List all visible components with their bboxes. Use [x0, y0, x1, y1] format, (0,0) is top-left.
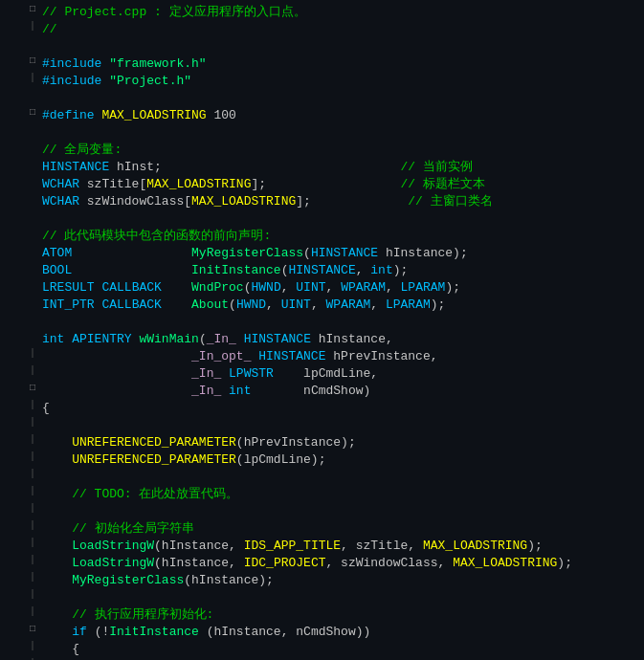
code-line: | MyRegisterClass(hInstance);	[0, 572, 644, 589]
code-line: | LoadStringW(hInstance, IDC_PROJECT, sz…	[0, 555, 644, 572]
code-line: | UNREFERENCED_PARAMETER(hPrevInstance);	[0, 434, 644, 451]
code-line: HINSTANCE hInst; // 当前实例	[0, 159, 644, 176]
code-line: | // 初始化全局字符串	[0, 520, 644, 538]
line-content	[38, 38, 644, 55]
code-line: | _In_ LPWSTR lpCmdLine,	[0, 365, 644, 383]
line-content	[38, 314, 644, 331]
code-line: ATOM MyRegisterClass(HINSTANCE hInstance…	[0, 245, 644, 262]
code-line: |	[0, 503, 644, 520]
line-content: LRESULT CALLBACK WndProc(HWND, UINT, WPA…	[38, 279, 644, 297]
line-content	[38, 469, 644, 486]
line-content: #include "framework.h"	[38, 55, 644, 73]
line-content: {	[38, 400, 644, 417]
code-line: □ #define MAX_LOADSTRING 100	[0, 107, 644, 124]
line-content: HINSTANCE hInst; // 当前实例	[38, 159, 644, 176]
fold-icon[interactable]: □	[27, 55, 38, 66]
code-line	[0, 314, 644, 331]
code-line: |	[0, 469, 644, 486]
line-content: if (!InitInstance (hInstance, nCmdShow))	[38, 624, 644, 641]
line-content: #include "Project.h"	[38, 73, 644, 90]
code-line: □ _In_ int nCmdShow)	[0, 383, 644, 400]
line-content: UNREFERENCED_PARAMETER(hPrevInstance);	[38, 434, 644, 451]
line-content: _In_ int nCmdShow)	[38, 383, 644, 400]
code-line: | #include "Project.h"	[0, 73, 644, 90]
fold-icon: |	[27, 73, 38, 83]
line-content	[38, 124, 644, 142]
line-content: // 全局变量:	[38, 142, 644, 159]
code-line: WCHAR szTitle[MAX_LOADSTRING]; // 标题栏文本	[0, 176, 644, 193]
code-line: □ if (!InitInstance (hInstance, nCmdShow…	[0, 624, 644, 641]
code-line: |	[0, 589, 644, 606]
code-line	[0, 210, 644, 228]
fold-icon: |	[27, 538, 38, 548]
line-content: _In_ LPWSTR lpCmdLine,	[38, 365, 644, 383]
code-line: | //	[0, 21, 644, 38]
fold-icon: |	[27, 486, 38, 496]
code-line: | // TODO: 在此处放置代码。	[0, 486, 644, 503]
code-line: □ #include "framework.h"	[0, 55, 644, 73]
code-line: | UNREFERENCED_PARAMETER(lpCmdLine);	[0, 451, 644, 469]
code-line	[0, 38, 644, 55]
fold-icon: |	[27, 589, 38, 600]
fold-icon[interactable]: □	[27, 383, 38, 393]
line-content: // 初始化全局字符串	[38, 520, 644, 538]
line-content: LoadStringW(hInstance, IDC_PROJECT, szWi…	[38, 555, 644, 572]
line-content	[38, 90, 644, 107]
line-content: UNREFERENCED_PARAMETER(lpCmdLine);	[38, 451, 644, 469]
line-content: // 此代码模块中包含的函数的前向声明:	[38, 228, 644, 245]
line-content	[38, 210, 644, 228]
code-line: | {	[0, 641, 644, 658]
code-editor: □ // Project.cpp : 定义应用程序的入口点。 | // □ #i…	[0, 0, 644, 660]
fold-icon: |	[27, 641, 38, 651]
code-line: |	[0, 417, 644, 434]
line-content: ATOM MyRegisterClass(HINSTANCE hInstance…	[38, 245, 644, 262]
line-content	[38, 417, 644, 434]
line-content	[38, 503, 644, 520]
line-content: //	[38, 21, 644, 38]
code-line: // 全局变量:	[0, 142, 644, 159]
fold-icon: |	[27, 417, 38, 428]
fold-icon: |	[27, 348, 38, 359]
line-content: // Project.cpp : 定义应用程序的入口点。	[38, 4, 644, 21]
code-line: // 此代码模块中包含的函数的前向声明:	[0, 228, 644, 245]
fold-icon: |	[27, 520, 38, 531]
fold-icon: |	[27, 434, 38, 445]
line-content: WCHAR szWindowClass[MAX_LOADSTRING]; // …	[38, 193, 644, 210]
line-content: INT_PTR CALLBACK About(HWND, UINT, WPARA…	[38, 297, 644, 314]
fold-icon[interactable]: □	[27, 4, 38, 14]
line-content: {	[38, 641, 644, 658]
line-content: WCHAR szTitle[MAX_LOADSTRING]; // 标题栏文本	[38, 176, 644, 193]
code-line: □ // Project.cpp : 定义应用程序的入口点。	[0, 4, 644, 21]
code-line: | _In_opt_ HINSTANCE hPrevInstance,	[0, 348, 644, 365]
line-content: BOOL InitInstance(HINSTANCE, int);	[38, 262, 644, 279]
code-line: INT_PTR CALLBACK About(HWND, UINT, WPARA…	[0, 297, 644, 314]
fold-icon: |	[27, 503, 38, 514]
fold-icon: |	[27, 365, 38, 376]
line-content: int APIENTRY wWinMain(_In_ HINSTANCE hIn…	[38, 331, 644, 348]
line-content	[38, 589, 644, 606]
fold-icon: |	[27, 21, 38, 32]
code-line	[0, 124, 644, 142]
fold-icon: |	[27, 572, 38, 583]
line-content: LoadStringW(hInstance, IDS_APP_TITLE, sz…	[38, 538, 644, 555]
line-content: #define MAX_LOADSTRING 100	[38, 107, 644, 124]
code-line: BOOL InitInstance(HINSTANCE, int);	[0, 262, 644, 279]
line-content: // TODO: 在此处放置代码。	[38, 486, 644, 503]
line-content: _In_opt_ HINSTANCE hPrevInstance,	[38, 348, 644, 365]
code-line: | // 执行应用程序初始化:	[0, 606, 644, 624]
code-line: int APIENTRY wWinMain(_In_ HINSTANCE hIn…	[0, 331, 644, 348]
line-content: MyRegisterClass(hInstance);	[38, 572, 644, 589]
fold-icon: |	[27, 469, 38, 479]
fold-icon[interactable]: □	[27, 624, 38, 634]
fold-icon: |	[27, 451, 38, 462]
code-line: LRESULT CALLBACK WndProc(HWND, UINT, WPA…	[0, 279, 644, 297]
code-line	[0, 90, 644, 107]
fold-icon: |	[27, 555, 38, 565]
fold-icon: |	[27, 400, 38, 410]
code-line: | {	[0, 400, 644, 417]
code-line: | LoadStringW(hInstance, IDS_APP_TITLE, …	[0, 538, 644, 555]
code-line: WCHAR szWindowClass[MAX_LOADSTRING]; // …	[0, 193, 644, 210]
line-content: // 执行应用程序初始化:	[38, 606, 644, 624]
fold-icon[interactable]: □	[27, 107, 38, 118]
fold-icon: |	[27, 606, 38, 617]
